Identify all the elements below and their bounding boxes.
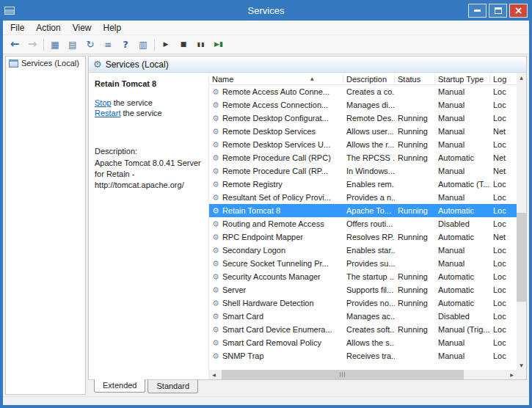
pause-service-icon: ▮▮ [197,42,205,48]
scroll-right-button[interactable]: ▶ [507,370,517,379]
tree-item-services-local[interactable]: Services (Local) [6,57,85,69]
horizontal-scroll-thumb[interactable] [222,370,464,379]
service-name-text: Remote Procedure Call (RP... [222,167,328,175]
help-button[interactable]: ? [117,37,134,53]
gear-icon: ⚙ [212,88,219,96]
pause-service-button[interactable]: ▮▮ [192,37,210,53]
service-row[interactable]: ⚙Security Accounts ManagerThe startup ..… [209,270,517,283]
gear-icon: ⚙ [212,128,219,136]
service-description-cell: Provides no... [343,296,395,310]
start-service-button[interactable]: ▶ [157,37,175,53]
service-name-cell: ⚙Remote Desktop Configurat... [209,112,343,125]
service-row[interactable]: ⚙Remote Desktop Configurat...Remote Des.… [209,112,517,125]
gear-icon: ⚙ [212,194,219,202]
service-name-text: Retain Tomcat 8 [222,206,280,215]
service-description-cell: In Windows... [343,164,395,178]
properties-button[interactable]: ▤ [64,37,81,53]
service-row[interactable]: ⚙Shell Hardware DetectionProvides no...R… [209,296,517,310]
service-row[interactable]: ⚙Smart Card Removal PolicyAllows the s..… [209,336,517,349]
gear-icon: ⚙ [212,181,219,189]
restart-service-link[interactable]: Restart [95,109,120,117]
restart-service-button[interactable]: ▶▮ [210,37,227,53]
service-row[interactable]: ⚙Remote RegistryEnables rem...Automatic … [209,178,517,191]
column-header-log-on-as[interactable]: Log [490,73,517,84]
service-row[interactable]: ⚙Remote Desktop Services U...Allows the … [209,138,517,151]
back-button[interactable]: ← [6,37,23,53]
service-startup-type-cell: Manual [435,125,490,138]
service-row[interactable]: ⚙SNMP TrapReceives tra...ManualLoc [209,349,517,363]
service-name-text: Remote Desktop Services U... [222,140,330,149]
horizontal-scrollbar[interactable]: ◀ ▶ [209,370,517,379]
service-row[interactable]: ⚙RPC Endpoint MapperResolves RP...Runnin… [209,230,517,244]
service-row[interactable]: ⚙Secondary LogonEnables star...ManualLoc [209,244,517,257]
close-button[interactable]: × [509,4,528,18]
column-header-status[interactable]: Status [395,73,435,84]
service-name-text: Resultant Set of Policy Provi... [222,193,331,202]
vertical-scroll-thumb[interactable] [517,213,526,302]
service-row[interactable]: ⚙Remote Procedure Call (RPC)The RPCSS ..… [209,151,517,164]
service-row[interactable]: ⚙Remote Access Connection...Manages di..… [209,98,517,112]
results-header-title: Services (Local) [106,59,169,70]
gear-icon: ⚙ [212,247,219,255]
service-status-cell: Running [395,138,435,151]
toolbar-separator [43,39,44,51]
service-name-cell: ⚙RPC Endpoint Mapper [209,230,343,244]
help-icon: ? [123,40,128,49]
service-status-cell [395,336,435,349]
service-name-cell: ⚙Retain Tomcat 8 [209,204,343,217]
service-name-text: Security Accounts Manager [222,272,321,281]
window-frame: File Action View Help ←→▦▤↻≡?▥▶■▮▮▶▮ Ser… [3,21,529,405]
vertical-scroll-track[interactable] [517,82,526,360]
service-description-cell: Creates a co... [343,85,395,98]
menu-action[interactable]: Action [30,21,66,34]
service-row[interactable]: ⚙Retain Tomcat 8Apache To...RunningAutom… [209,204,517,217]
forward-button[interactable]: → [23,37,41,53]
service-row[interactable]: ⚙Smart Card Device Enumera...Creates sof… [209,323,517,336]
maximize-icon [495,7,502,14]
service-row[interactable]: ⚙Remote Access Auto Conne...Creates a co… [209,85,517,98]
service-description-cell: Supports fil... [343,283,395,296]
stop-service-link[interactable]: Stop [95,98,112,107]
horizontal-scroll-track[interactable] [219,370,507,379]
description-label: Description: [95,147,203,156]
column-header-startup-type[interactable]: Startup Type [435,73,490,84]
scroll-left-button[interactable]: ◀ [209,370,219,379]
menu-help[interactable]: Help [98,21,128,34]
service-status-cell: Running [395,296,435,310]
column-header-description[interactable]: Description [343,73,395,84]
service-description-cell: Remote Des... [343,112,395,125]
show-action-pane-button[interactable]: ▥ [134,37,152,53]
service-row[interactable]: ⚙ServerSupports fil...RunningAutomaticLo… [209,283,517,296]
service-row[interactable]: ⚙Secure Socket Tunneling Pr...Provides s… [209,257,517,270]
export-list-button[interactable]: ≡ [99,37,117,53]
view-tabs: Extended Standard [88,380,527,395]
show-console-tree-button[interactable]: ▦ [46,37,64,53]
service-description-cell: Resolves RP... [343,230,395,244]
refresh-button[interactable]: ↻ [81,37,99,53]
service-row[interactable]: ⚙Smart CardManages ac...DisabledLoc [209,310,517,323]
service-log-on-cell: Net [490,151,517,164]
restart-service-icon: ▶▮ [214,41,223,48]
menu-view[interactable]: View [67,21,98,34]
service-name-text: RPC Endpoint Mapper [222,233,303,241]
vertical-scrollbar[interactable]: ▲ ▼ [517,73,526,370]
gear-icon: ⚙ [212,326,219,334]
service-row[interactable]: ⚙Routing and Remote AccessOffers routi..… [209,217,517,230]
menu-file[interactable]: File [4,21,30,34]
service-startup-type-cell: Automatic [435,283,490,296]
scroll-down-button[interactable]: ▼ [517,360,526,370]
service-row[interactable]: ⚙Remote Desktop ServicesAllows user...Ru… [209,125,517,138]
tab-extended[interactable]: Extended [94,379,145,393]
maximize-button[interactable] [489,4,507,18]
column-header-name[interactable]: Name ▲ [209,73,343,84]
tab-standard[interactable]: Standard [147,380,198,393]
service-startup-type-cell: Automatic [435,151,490,164]
service-description-cell: Offers routi... [343,217,395,230]
scroll-up-button[interactable]: ▲ [517,73,526,82]
minimize-button[interactable] [468,4,487,18]
stop-service-button[interactable]: ■ [175,37,192,53]
title-bar[interactable]: Services × [0,0,532,21]
service-status-cell [395,164,435,178]
service-row[interactable]: ⚙Remote Procedure Call (RP...In Windows.… [209,164,517,178]
service-row[interactable]: ⚙Resultant Set of Policy Provi...Provide… [209,191,517,204]
